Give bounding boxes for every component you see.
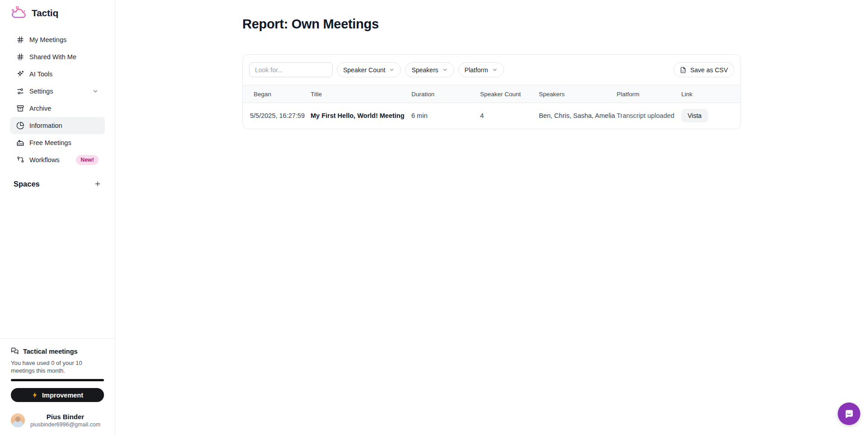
app-window: Tactiq My Meetings Shared With Me AI Too [0, 0, 868, 435]
sidebar-item-label: Settings [29, 88, 53, 95]
column-header-duration: Duration [411, 85, 480, 103]
sidebar-item-label: Free Meetings [29, 139, 71, 146]
search-input[interactable] [249, 62, 333, 77]
avatar [11, 413, 25, 427]
sidebar-item-label: Information [29, 122, 62, 129]
vista-link-button[interactable]: Vista [681, 109, 708, 122]
table-row: 5/5/2025, 16:27:59 My First Hello, World… [243, 103, 741, 129]
lightning-icon [32, 392, 38, 398]
cell-link: Vista [681, 103, 741, 129]
hash-icon [16, 36, 24, 44]
cell-duration: 6 min [411, 103, 480, 129]
chat-bubble-smile-icon [843, 408, 855, 420]
usage-progress-bar [11, 379, 104, 381]
meetings-table: Began Title Duration Speaker Count Speak… [243, 85, 741, 129]
sidebar-item-label: Shared With Me [29, 53, 76, 61]
sidebar-item-label: Archive [29, 105, 51, 112]
cake-slice-icon [16, 139, 24, 147]
sidebar-item-archive[interactable]: Archive [10, 100, 105, 117]
pie-chart-icon [16, 122, 24, 130]
plus-icon [94, 180, 101, 187]
sliders-icon [16, 87, 24, 95]
column-header-title: Title [311, 85, 411, 103]
sidebar-item-my-meetings[interactable]: My Meetings [10, 31, 105, 48]
sidebar-item-shared-with-me[interactable]: Shared With Me [10, 48, 105, 65]
speaker-count-filter-dropdown[interactable]: Speaker Count [337, 62, 401, 77]
usage-message: You have used 0 of your 10 meetings this… [11, 359, 91, 374]
sidebar-item-label: AI Tools [29, 70, 52, 78]
hash-icon [16, 53, 24, 61]
speakers-filter-dropdown[interactable]: Speakers [405, 62, 454, 77]
intercom-launcher[interactable] [838, 402, 860, 425]
filter-toolbar: Speaker Count Speakers Platform [243, 55, 741, 85]
file-document-icon [679, 66, 687, 74]
chevron-down-icon [442, 67, 448, 73]
archive-icon [16, 104, 24, 112]
dropdown-label: Speaker Count [343, 66, 385, 74]
dropdown-label: Speakers [411, 66, 438, 74]
cell-speaker-count: 4 [480, 103, 539, 129]
chevron-down-icon [492, 67, 498, 73]
column-header-began: Began [243, 85, 311, 103]
chevron-down-icon [389, 67, 395, 73]
dropdown-label: Platform [465, 66, 488, 74]
column-header-platform: Platform [617, 85, 681, 103]
report-card: Speaker Count Speakers Platform [242, 54, 741, 129]
sidebar-item-settings[interactable]: Settings [10, 83, 105, 100]
save-as-csv-label: Save as CSV [690, 66, 728, 74]
sparkles-icon [16, 70, 24, 78]
main-content: Report: Own Meetings Speaker Count Speak… [115, 0, 868, 435]
chat-bubbles-icon [11, 347, 19, 355]
cell-platform: Transcript uploaded [617, 103, 681, 129]
sidebar-nav: My Meetings Shared With Me AI Tools Sett… [0, 31, 115, 168]
column-header-speaker-count: Speaker Count [480, 85, 539, 103]
usage-plan-title: Tactical meetings [23, 348, 78, 355]
cell-meeting-title: My First Hello, World! Meeting [311, 103, 411, 129]
user-name: Pius Binder [27, 413, 104, 421]
spaces-section: Spaces [0, 179, 115, 188]
save-as-csv-button[interactable]: Save as CSV [673, 62, 734, 77]
table-header-row: Began Title Duration Speaker Count Speak… [243, 85, 741, 103]
workflow-icon [16, 156, 24, 164]
column-header-speakers: Speakers [539, 85, 617, 103]
sidebar-item-ai-tools[interactable]: AI Tools [10, 65, 105, 83]
improvement-button[interactable]: Improvement [11, 388, 104, 402]
improvement-button-label: Improvement [42, 392, 83, 399]
brand-name: Tactiq [32, 8, 58, 19]
platform-filter-dropdown[interactable]: Platform [458, 62, 504, 77]
sidebar-item-information[interactable]: Information [10, 117, 105, 134]
user-account[interactable]: Pius Binder piusbinder6996@gmail.com [11, 413, 104, 428]
sidebar: Tactiq My Meetings Shared With Me AI Too [0, 0, 115, 435]
add-space-button[interactable] [93, 179, 102, 188]
column-header-link: Link [681, 85, 741, 103]
brand-home-link[interactable]: Tactiq [0, 0, 115, 20]
cell-began: 5/5/2025, 16:27:59 [243, 103, 311, 129]
tactiq-logo-icon [11, 6, 27, 20]
sidebar-item-free-meetings[interactable]: Free Meetings [10, 134, 105, 151]
sidebar-item-workflows[interactable]: Workflows New! [10, 151, 105, 168]
cell-speakers: Ben, Chris, Sasha, Amelia [539, 103, 617, 129]
new-badge: New! [76, 155, 99, 165]
user-email: piusbinder6996@gmail.com [27, 421, 104, 428]
page-title: Report: Own Meetings [242, 17, 741, 32]
chevron-down-icon [92, 88, 99, 94]
sidebar-footer: Tactical meetings You have used 0 of you… [0, 338, 115, 435]
spaces-title: Spaces [14, 180, 40, 188]
sidebar-item-label: Workflows [29, 156, 60, 164]
sidebar-item-label: My Meetings [29, 36, 66, 43]
